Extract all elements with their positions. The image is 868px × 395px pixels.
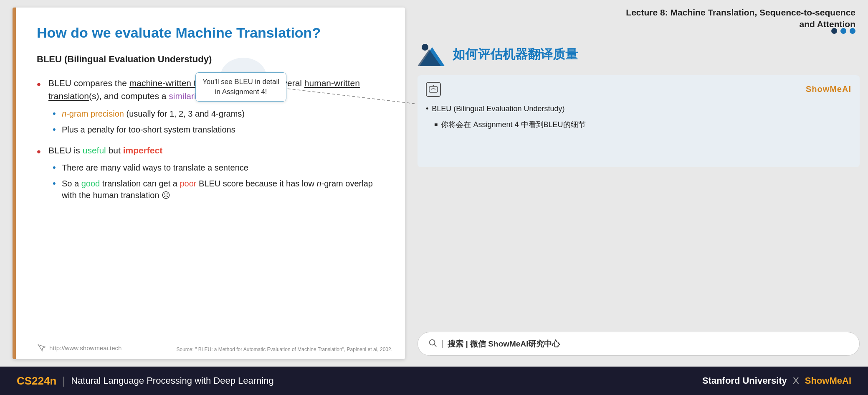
poor-word: poor <box>180 179 196 188</box>
bleu-bold-b: B <box>37 54 43 64</box>
slide-panel: How do we evaluate Machine Translation? … <box>13 8 405 359</box>
bullet1-text1: BLEU compares the <box>48 78 129 88</box>
svg-point-7 <box>431 89 432 89</box>
dot-2 <box>840 28 846 34</box>
good-word: good <box>81 179 100 188</box>
wave-icon <box>418 43 447 66</box>
bottom-right: Stanford University X ShowMeAI <box>702 375 851 386</box>
stanford-label: Stanford University <box>702 375 787 386</box>
chinese-title-text: 如何评估机器翻译质量 <box>453 46 578 63</box>
footer-source: Source: " BLEU: a Method for Automatic E… <box>177 347 392 352</box>
ai-icon <box>426 82 441 97</box>
bottom-bar: CS224n | Natural Language Processing wit… <box>0 367 868 395</box>
bullet-2: BLEU is useful but imperfect There are m… <box>37 144 384 201</box>
footer-url: http://www.showmeai.tech <box>37 343 121 352</box>
chinese-title-section: 如何评估机器翻译质量 <box>418 40 860 69</box>
bleu-bold-b2: B <box>67 54 74 64</box>
sub-bullet-list-1: n-gram precision (usually for 1, 2, 3 an… <box>53 108 384 135</box>
good-translation-text3: BLEU score because it has low <box>196 179 316 188</box>
bleu-text3: valuation <box>115 54 158 64</box>
sub-bullet-1-1: n-gram precision (usually for 1, 2, 3 an… <box>53 108 384 120</box>
note-bullet-1: • BLEU (Bilingual Evaluation Understudy) <box>426 103 851 115</box>
bleu-text4: nderstudy) <box>164 54 212 64</box>
note-bullet-1-text: BLEU (Bilingual Evaluation Understudy) <box>432 103 564 115</box>
svg-rect-4 <box>429 87 438 92</box>
bullet2-text2: but <box>106 145 123 155</box>
note-card: ShowMeAI • BLEU (Bilingual Evaluation Un… <box>418 75 860 167</box>
note-sub-bullet-1: ■ 你将会在 Assignment 4 中看到BLEU的细节 <box>434 119 851 131</box>
dots-row <box>418 28 860 34</box>
svg-line-0 <box>273 87 415 104</box>
search-box[interactable]: | 搜索 | 微信 ShowMeAI研究中心 <box>418 332 860 356</box>
bleu-definition: BLEU (Bilingual Evaluation Understudy) <box>37 54 384 65</box>
note-sub-square-1: ■ <box>434 120 438 131</box>
sub-bullet-2-2: So a good translation can get a poor BLE… <box>53 178 384 201</box>
dot-3 <box>850 28 855 34</box>
lecture-title-line1: Lecture 8: Machine Translation, Sequence… <box>418 7 855 18</box>
sub-bullet-2-1: There are many valid ways to translate a… <box>53 162 384 173</box>
penalty-text: Plus a penalty for too-short system tran… <box>62 125 235 134</box>
ngram-italic: n <box>62 109 66 118</box>
ngram-italic-2: n <box>316 179 321 188</box>
search-svg <box>428 338 437 347</box>
bullet1-text3: (s), and computes a <box>89 91 169 101</box>
url-text: http://www.showmeai.tech <box>49 344 121 352</box>
valid-ways-text: There are many valid ways to translate a… <box>62 163 248 172</box>
x-separator: X <box>793 375 802 386</box>
divider-bar: | <box>62 375 65 387</box>
main-container: How do we evaluate Machine Translation? … <box>0 0 868 395</box>
cursor-icon <box>37 343 46 352</box>
note-sub-bullet-1-text: 你将会在 Assignment 4 中看到BLEU的细节 <box>441 119 585 131</box>
search-divider: | <box>441 339 443 349</box>
svg-point-8 <box>435 89 435 89</box>
good-translation-text2: translation can get a <box>100 179 180 188</box>
ngram-text: (usually for 1, 2, 3 and 4-grams) <box>124 109 245 118</box>
note-card-header: ShowMeAI <box>426 82 851 97</box>
dot-1 <box>831 28 837 34</box>
search-icon <box>428 338 437 349</box>
bleu-bold-e: E <box>109 54 115 64</box>
search-text: 搜索 | 微信 ShowMeAI研究中心 <box>448 339 560 349</box>
showmeai-brand: ShowMeAI <box>806 84 851 94</box>
bottom-left: CS224n | Natural Language Processing wit… <box>17 375 274 387</box>
bullet2-text1: BLEU is <box>48 145 83 155</box>
slide-footer: http://www.showmeai.tech Source: " BLEU:… <box>37 343 392 352</box>
spacer <box>418 173 860 326</box>
bleu-text2: ilingual <box>74 54 109 64</box>
bleu-text1: LEU ( <box>43 54 67 64</box>
svg-point-9 <box>430 340 435 345</box>
sub-bullet-list-2: There are many valid ways to translate a… <box>53 162 384 201</box>
bleu-bold-u: U <box>158 54 164 64</box>
sub-bullet-1-2: Plus a penalty for too-short system tran… <box>53 124 384 135</box>
lecture-header: Lecture 8: Machine Translation, Sequence… <box>418 7 860 31</box>
bullet2-imperfect: imperfect <box>123 145 163 155</box>
ngram-precision: -gram precision <box>66 109 124 118</box>
svg-point-5 <box>433 85 434 86</box>
callout-bubble: You'll see BLEU in detailin Assignment 4… <box>195 72 286 102</box>
note-content: • BLEU (Bilingual Evaluation Understudy)… <box>426 103 851 131</box>
good-translation-text1: So a <box>62 179 81 188</box>
content-area: How do we evaluate Machine Translation? … <box>0 0 868 367</box>
bullet2-useful: useful <box>83 145 106 155</box>
svg-point-1 <box>422 44 428 51</box>
svg-line-10 <box>434 344 436 347</box>
note-bullet-dot-1: • <box>426 103 428 115</box>
course-title: Natural Language Processing with Deep Le… <box>71 375 274 386</box>
right-panel: Lecture 8: Machine Translation, Sequence… <box>413 0 868 367</box>
showmeai-bottom-label: ShowMeAI <box>805 375 851 386</box>
ai-svg <box>428 85 438 94</box>
slide-title: How do we evaluate Machine Translation? <box>37 24 384 41</box>
dashed-connector <box>273 83 423 108</box>
cs224n-label: CS224n <box>17 375 56 387</box>
